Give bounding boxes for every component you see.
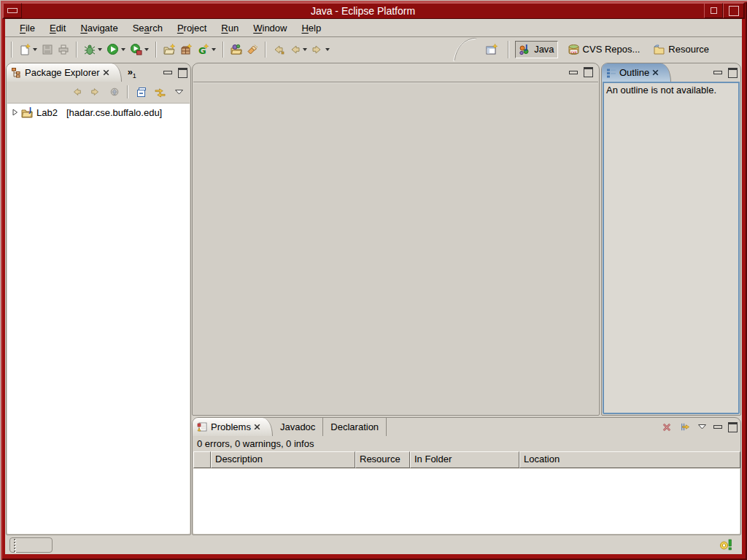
last-edit-location-icon xyxy=(273,44,285,55)
outline-tab-row: Outline xyxy=(602,63,740,82)
editor-minimize-button[interactable] xyxy=(569,71,578,74)
window-minimize-button[interactable] xyxy=(704,3,723,18)
tab-package-explorer[interactable]: Package Explorer xyxy=(7,63,122,82)
pe-up-button[interactable] xyxy=(106,84,123,100)
search-button[interactable] xyxy=(244,40,260,59)
forward-button[interactable] xyxy=(309,40,332,59)
back-button[interactable] xyxy=(287,40,309,59)
package-explorer-toolbar xyxy=(7,82,190,102)
toolbar-grip[interactable] xyxy=(11,42,12,58)
toolbar-separator xyxy=(265,42,266,58)
menu-help[interactable]: Help xyxy=(294,23,328,34)
problems-view-menu-button[interactable] xyxy=(693,419,711,435)
open-perspective-button[interactable] xyxy=(482,41,502,58)
grip-icon xyxy=(14,539,15,552)
last-edit-location-button[interactable] xyxy=(271,40,287,59)
external-tools-button[interactable] xyxy=(128,40,151,59)
save-button[interactable] xyxy=(39,40,55,59)
tab-problems[interactable]: Problems xyxy=(193,418,273,436)
outline-icon xyxy=(606,68,616,78)
back-dropdown-icon xyxy=(303,48,307,51)
collapse-all-button[interactable] xyxy=(132,84,150,100)
menu-edit[interactable]: Edit xyxy=(42,23,73,34)
perspective-cvs-repositories[interactable]: cvs CVS Repos... xyxy=(564,41,644,58)
run-button[interactable] xyxy=(104,40,128,59)
close-icon[interactable] xyxy=(254,424,260,430)
pe-forward-button[interactable] xyxy=(87,84,104,100)
window-menu-button[interactable] xyxy=(3,3,22,18)
outline-title: Outline xyxy=(619,67,649,78)
editor-empty-area[interactable] xyxy=(193,82,598,414)
status-notification-button[interactable] xyxy=(719,538,733,551)
tree-item-label: Lab2 xyxy=(36,107,58,118)
fast-view-bar[interactable] xyxy=(9,537,53,553)
svg-text:J: J xyxy=(28,107,31,114)
run-dropdown-icon xyxy=(121,48,125,51)
print-button[interactable] xyxy=(55,40,71,59)
package-explorer-tree[interactable]: J Lab2 [hadar.cse.buffalo.edu] xyxy=(7,103,190,534)
problems-maximize-button[interactable] xyxy=(728,422,738,432)
toolbar-separator xyxy=(155,42,157,58)
menu-project[interactable]: Project xyxy=(170,23,214,34)
package-explorer-maximize-button[interactable] xyxy=(178,68,187,78)
svg-text:cvs: cvs xyxy=(570,50,577,53)
new-wizard-icon xyxy=(19,44,31,55)
package-explorer-title: Package Explorer xyxy=(25,67,100,78)
collapse-all-icon xyxy=(136,87,147,98)
resource-perspective-icon xyxy=(653,44,665,55)
minimize-icon xyxy=(713,425,722,429)
menu-run[interactable]: Run xyxy=(214,23,246,34)
new-class-button[interactable]: G xyxy=(195,40,218,59)
new-java-project-button[interactable] xyxy=(161,40,178,59)
maximize-icon xyxy=(178,68,187,78)
open-type-button[interactable] xyxy=(228,40,244,59)
outline-message: An outline is not available. xyxy=(606,85,716,96)
perspective-bar: J Java cvs CVS Repos... Resource xyxy=(452,37,713,61)
package-explorer-minimize-button[interactable] xyxy=(163,71,172,74)
problems-tab-label: Problems xyxy=(211,421,251,432)
link-with-editor-button[interactable] xyxy=(151,84,169,100)
client-area: File Edit Navigate Search Project Run Wi… xyxy=(5,19,742,554)
perspective-resource[interactable]: Resource xyxy=(649,41,713,58)
package-explorer-icon xyxy=(11,67,22,78)
menu-bar: File Edit Navigate Search Project Run Wi… xyxy=(5,19,742,37)
external-tools-dropdown-icon xyxy=(144,48,149,51)
perspective-java[interactable]: J Java xyxy=(515,41,557,58)
column-header-description[interactable]: Description xyxy=(211,451,355,468)
close-icon[interactable] xyxy=(652,69,659,76)
window-minimize-icon xyxy=(711,7,717,14)
menu-search[interactable]: Search xyxy=(125,23,170,34)
menu-file[interactable]: File xyxy=(12,23,42,34)
hidden-views-chevron[interactable]: »1 xyxy=(128,66,136,79)
outline-minimize-button[interactable] xyxy=(713,71,722,74)
menu-window[interactable]: Window xyxy=(246,23,294,34)
tab-javadoc[interactable]: Javadoc xyxy=(273,418,323,436)
expand-arrow-icon[interactable] xyxy=(12,109,18,116)
tab-declaration[interactable]: Declaration xyxy=(323,418,387,436)
close-icon[interactable] xyxy=(103,69,109,76)
window-menu-icon xyxy=(7,8,18,13)
menu-navigate[interactable]: Navigate xyxy=(73,23,125,34)
outline-maximize-button[interactable] xyxy=(728,68,738,78)
new-package-button[interactable] xyxy=(178,40,195,59)
titlebar[interactable]: Java - Eclipse Platform xyxy=(2,2,745,19)
open-type-icon xyxy=(231,44,242,55)
editor-maximize-button[interactable] xyxy=(584,67,593,77)
filter-button[interactable] xyxy=(676,419,693,435)
column-header-resource[interactable]: Resource xyxy=(355,451,410,468)
problems-minimize-button[interactable] xyxy=(713,425,722,429)
pe-back-button[interactable] xyxy=(68,84,85,100)
debug-button[interactable] xyxy=(82,40,104,59)
column-header-location[interactable]: Location xyxy=(519,451,740,468)
debug-dropdown-icon xyxy=(98,48,102,51)
problems-table-body[interactable] xyxy=(193,469,740,534)
window-maximize-button[interactable] xyxy=(723,3,744,18)
tree-item-lab2[interactable]: J Lab2 [hadar.cse.buffalo.edu] xyxy=(7,105,190,120)
tab-outline[interactable]: Outline xyxy=(602,63,671,82)
perspective-separator xyxy=(508,41,509,58)
pe-view-menu-button[interactable] xyxy=(170,84,187,100)
column-header-in-folder[interactable]: In Folder xyxy=(410,451,519,468)
column-header-blank[interactable] xyxy=(193,451,211,468)
new-wizard-button[interactable] xyxy=(17,40,39,59)
delete-marker-button[interactable] xyxy=(658,419,676,435)
